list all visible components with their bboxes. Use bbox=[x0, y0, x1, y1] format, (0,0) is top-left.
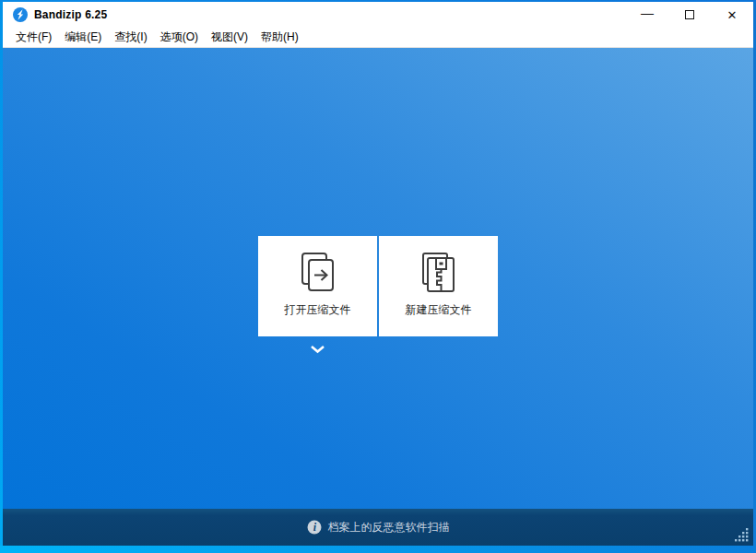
window-border-bottom bbox=[0, 546, 756, 553]
maximize-icon bbox=[685, 10, 694, 19]
window-border-top bbox=[0, 0, 756, 2]
menu-edit[interactable]: 编辑(E) bbox=[58, 28, 108, 48]
menu-view[interactable]: 视图(V) bbox=[205, 28, 254, 48]
start-tiles: 打开压缩文件 新建压缩文件 bbox=[258, 236, 498, 336]
close-button[interactable]: ✕ bbox=[711, 2, 753, 28]
open-archive-icon bbox=[300, 252, 337, 294]
minimize-icon: — bbox=[641, 6, 654, 20]
menu-bar: 文件(F) 编辑(E) 查找(I) 选项(O) 视图(V) 帮助(H) bbox=[3, 28, 753, 48]
minimize-button[interactable]: — bbox=[626, 2, 668, 28]
window-controls: — ✕ bbox=[626, 2, 753, 28]
new-archive-button[interactable]: 新建压缩文件 bbox=[379, 236, 498, 336]
antimalware-scan-link[interactable]: i 档案上的反恶意软件扫描 bbox=[307, 520, 450, 535]
bandizip-logo-icon[interactable] bbox=[13, 7, 28, 22]
menu-options[interactable]: 选项(O) bbox=[154, 28, 205, 48]
open-archive-button[interactable]: 打开压缩文件 bbox=[258, 236, 377, 336]
close-icon: ✕ bbox=[727, 8, 738, 22]
new-archive-label: 新建压缩文件 bbox=[406, 302, 472, 318]
menu-find[interactable]: 查找(I) bbox=[108, 28, 153, 48]
resize-grip[interactable] bbox=[735, 528, 749, 542]
client-area: 打开压缩文件 新建压缩文件 bbox=[3, 48, 753, 509]
open-archive-label: 打开压缩文件 bbox=[285, 302, 351, 318]
chevron-down-icon[interactable] bbox=[310, 341, 325, 350]
status-bar: i 档案上的反恶意软件扫描 bbox=[3, 509, 753, 546]
menu-help[interactable]: 帮助(H) bbox=[254, 28, 305, 48]
title-bar: Bandizip 6.25 — ✕ bbox=[3, 2, 753, 28]
new-archive-icon bbox=[420, 252, 457, 294]
maximize-button[interactable] bbox=[668, 2, 711, 28]
status-message: 档案上的反恶意软件扫描 bbox=[328, 520, 450, 535]
menu-file[interactable]: 文件(F) bbox=[9, 28, 58, 48]
window-title: Bandizip 6.25 bbox=[34, 8, 107, 21]
info-icon: i bbox=[307, 520, 322, 535]
window-border-left bbox=[0, 2, 3, 546]
